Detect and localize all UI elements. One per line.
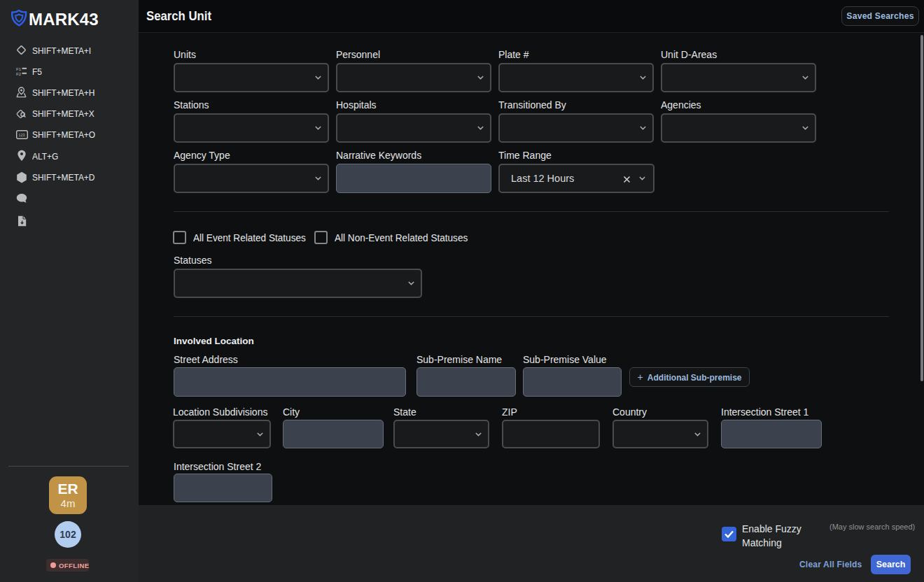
svg-text:123: 123 xyxy=(19,133,25,137)
svg-text:F2: F2 xyxy=(16,72,22,76)
svg-text:F1: F1 xyxy=(16,67,22,71)
